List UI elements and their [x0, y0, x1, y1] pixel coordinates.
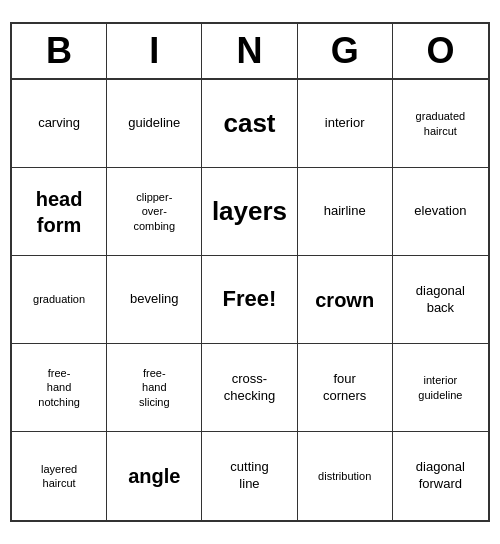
bingo-cell: headform	[12, 168, 107, 256]
bingo-cell: graduation	[12, 256, 107, 344]
bingo-grid: carvingguidelinecastinteriorgraduatedhai…	[12, 80, 488, 520]
bingo-cell: fourcorners	[298, 344, 393, 432]
bingo-cell: carving	[12, 80, 107, 168]
bingo-cell: free-handslicing	[107, 344, 202, 432]
bingo-cell: interior	[298, 80, 393, 168]
header-letter: N	[202, 24, 297, 78]
bingo-cell: crown	[298, 256, 393, 344]
bingo-cell: graduatedhaircut	[393, 80, 488, 168]
header-letter: O	[393, 24, 488, 78]
bingo-header: BINGO	[12, 24, 488, 80]
bingo-cell: hairline	[298, 168, 393, 256]
bingo-cell: cross-checking	[202, 344, 297, 432]
bingo-cell: layers	[202, 168, 297, 256]
bingo-cell: cuttingline	[202, 432, 297, 520]
bingo-cell: distribution	[298, 432, 393, 520]
bingo-cell: diagonalforward	[393, 432, 488, 520]
header-letter: B	[12, 24, 107, 78]
bingo-cell: beveling	[107, 256, 202, 344]
bingo-cell: angle	[107, 432, 202, 520]
bingo-cell: Free!	[202, 256, 297, 344]
bingo-cell: elevation	[393, 168, 488, 256]
bingo-cell: clipper-over-combing	[107, 168, 202, 256]
bingo-cell: layeredhaircut	[12, 432, 107, 520]
bingo-cell: guideline	[107, 80, 202, 168]
header-letter: G	[298, 24, 393, 78]
bingo-cell: interiorguideline	[393, 344, 488, 432]
bingo-card: BINGO carvingguidelinecastinteriorgradua…	[10, 22, 490, 522]
bingo-cell: cast	[202, 80, 297, 168]
bingo-cell: diagonalback	[393, 256, 488, 344]
header-letter: I	[107, 24, 202, 78]
bingo-cell: free-handnotching	[12, 344, 107, 432]
